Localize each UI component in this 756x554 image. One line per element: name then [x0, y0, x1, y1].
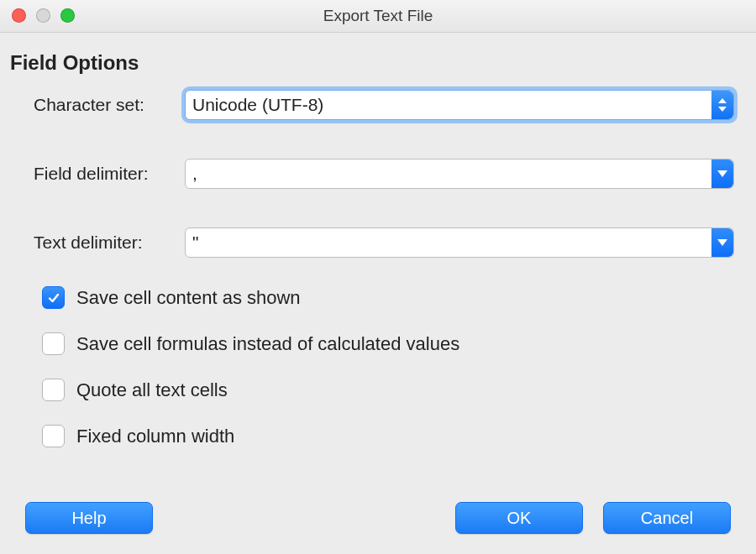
text-delimiter-value: ": [192, 233, 198, 253]
titlebar: Export Text File: [0, 0, 756, 33]
check-label: Fixed column width: [76, 426, 234, 447]
label-field-delimiter: Field delimiter:: [34, 164, 185, 184]
check-save-formulas[interactable]: Save cell formulas instead of calculated…: [42, 332, 734, 355]
row-field-delimiter: Field delimiter: ,: [34, 159, 734, 189]
check-label: Quote all text cells: [76, 379, 228, 401]
label-charset: Character set:: [34, 95, 185, 115]
help-button[interactable]: Help: [25, 502, 153, 534]
checkbox-icon: [42, 379, 65, 401]
button-bar: Help OK Cancel: [0, 502, 756, 534]
chevron-down-icon: [711, 159, 733, 188]
check-quote-all[interactable]: Quote all text cells: [42, 379, 734, 401]
ok-button[interactable]: OK: [455, 502, 583, 534]
text-delimiter-select[interactable]: ": [185, 227, 734, 258]
section-title: Field Options: [10, 51, 734, 75]
window-controls: [12, 8, 75, 23]
chevron-down-icon: [711, 228, 733, 257]
field-delimiter-select[interactable]: ,: [185, 159, 734, 189]
check-label: Save cell content as shown: [76, 287, 301, 309]
check-label: Save cell formulas instead of calculated…: [76, 333, 459, 355]
label-text-delimiter: Text delimiter:: [34, 233, 185, 253]
stepper-arrows-icon: [711, 91, 733, 119]
charset-select-value: Unicode (UTF-8): [192, 95, 323, 115]
check-save-as-shown[interactable]: Save cell content as shown: [42, 286, 734, 309]
minimize-window-icon: [36, 8, 50, 23]
checkbox-icon: [42, 286, 65, 309]
charset-select[interactable]: Unicode (UTF-8): [185, 90, 734, 120]
checkbox-icon: [42, 425, 65, 447]
form: Character set: Unicode (UTF-8) Field del…: [34, 90, 734, 258]
field-delimiter-value: ,: [192, 164, 197, 184]
close-window-icon[interactable]: [12, 8, 26, 23]
cancel-button[interactable]: Cancel: [603, 502, 731, 534]
window-title: Export Text File: [323, 7, 433, 25]
zoom-window-icon[interactable]: [60, 8, 75, 23]
checkbox-icon: [42, 332, 65, 355]
row-charset: Character set: Unicode (UTF-8): [34, 90, 734, 120]
dialog-content: Field Options Character set: Unicode (UT…: [0, 33, 756, 447]
row-text-delimiter: Text delimiter: ": [34, 227, 734, 258]
check-fixed-width[interactable]: Fixed column width: [42, 425, 734, 447]
checkbox-group: Save cell content as shown Save cell for…: [42, 286, 734, 447]
